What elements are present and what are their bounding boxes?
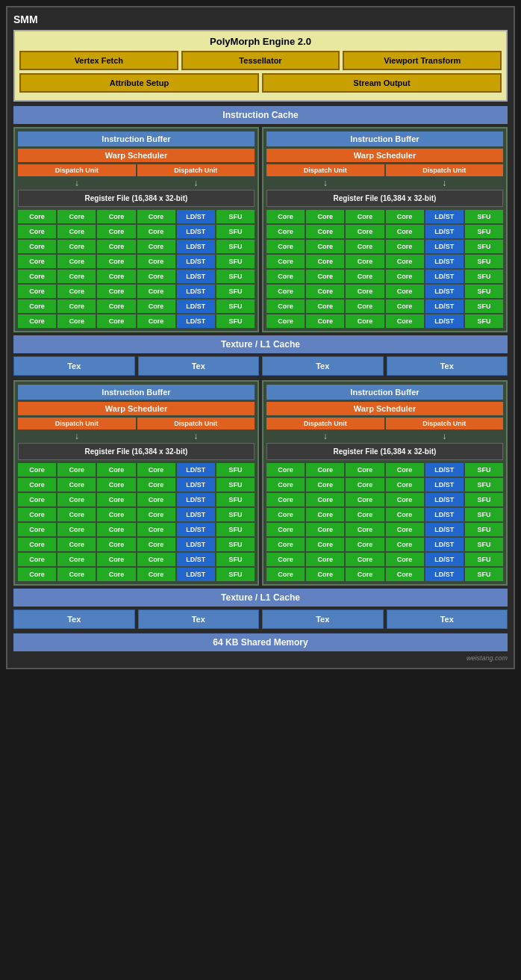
sfu-cell: SFU: [465, 493, 503, 506]
core-row: Core Core Core Core LD/ST SFU: [18, 493, 255, 506]
arrows-tr: ↓ ↓: [266, 178, 503, 188]
core-row: Core Core Core Core LD/ST SFU: [266, 314, 503, 328]
sm-top-right: Instruction Buffer Warp Scheduler Dispat…: [262, 127, 508, 332]
arrow-tl-1: ↓: [18, 178, 136, 188]
core-cell: Core: [57, 255, 96, 268]
core-cell: Core: [57, 568, 96, 581]
ldst-cell: LD/ST: [177, 523, 215, 536]
sfu-cell: SFU: [216, 270, 255, 283]
tex-bottom-3: Tex: [262, 610, 384, 629]
sfu-cell: SFU: [465, 255, 503, 268]
core-cell: Core: [57, 463, 96, 477]
core-cell: Core: [57, 285, 96, 298]
core-cell: Core: [137, 210, 175, 223]
ws-top-left: Warp Scheduler: [18, 149, 255, 162]
core-cell: Core: [137, 463, 175, 477]
core-cell: Core: [57, 493, 96, 506]
core-cell: Core: [346, 493, 384, 506]
arrow-br-1: ↓: [266, 431, 384, 441]
core-cell: Core: [266, 255, 305, 268]
core-cell: Core: [346, 523, 384, 536]
arrow-bl-2: ↓: [137, 431, 255, 441]
ldst-cell: LD/ST: [425, 255, 464, 268]
sfu-cell: SFU: [465, 553, 503, 566]
core-cell: Core: [18, 553, 56, 566]
sfu-cell: SFU: [216, 553, 255, 566]
core-cell: Core: [346, 508, 384, 521]
rf-bottom-right: Register File (16,384 x 32-bit): [266, 443, 503, 460]
core-cell: Core: [18, 478, 56, 491]
core-cell: Core: [57, 508, 96, 521]
sfu-cell: SFU: [216, 255, 255, 268]
core-cell: Core: [57, 210, 96, 223]
stream-output: Stream Output: [262, 73, 502, 93]
vertex-fetch: Vertex Fetch: [19, 51, 178, 70]
ldst-cell: LD/ST: [425, 314, 464, 328]
core-cell: Core: [306, 255, 344, 268]
core-cell: Core: [346, 553, 384, 566]
arrows-tl: ↓ ↓: [18, 178, 255, 188]
tex-bottom-4: Tex: [387, 610, 508, 629]
core-row: Core Core Core Core LD/ST SFU: [266, 478, 503, 491]
core-row: Core Core Core Core LD/ST SFU: [266, 538, 503, 551]
core-cell: Core: [137, 568, 175, 581]
core-cell: Core: [386, 285, 424, 298]
tex-top-3: Tex: [262, 356, 384, 376]
core-cell: Core: [306, 478, 344, 491]
ldst-cell: LD/ST: [425, 463, 464, 477]
core-cell: Core: [266, 493, 305, 506]
core-cell: Core: [57, 478, 96, 491]
core-cell: Core: [266, 538, 305, 551]
core-cell: Core: [306, 568, 344, 581]
core-cell: Core: [18, 538, 56, 551]
sfu-cell: SFU: [216, 508, 255, 521]
ldst-cell: LD/ST: [177, 463, 215, 477]
tex-top-2: Tex: [138, 356, 260, 376]
core-cell: Core: [346, 538, 384, 551]
core-grid-bottom-right: Core Core Core Core LD/ST SFU Core Core …: [266, 463, 503, 581]
core-cell: Core: [97, 478, 135, 491]
core-cell: Core: [137, 270, 175, 283]
core-cell: Core: [18, 225, 56, 238]
core-cell: Core: [386, 508, 424, 521]
core-cell: Core: [97, 568, 135, 581]
core-cell: Core: [137, 493, 175, 506]
core-cell: Core: [18, 568, 56, 581]
core-row: Core Core Core Core LD/ST SFU: [18, 523, 255, 536]
core-cell: Core: [386, 568, 424, 581]
sfu-cell: SFU: [465, 463, 503, 477]
ldst-cell: LD/ST: [177, 210, 215, 223]
core-cell: Core: [306, 314, 344, 328]
core-cell: Core: [386, 538, 424, 551]
core-cell: Core: [137, 240, 175, 253]
core-row: Core Core Core Core LD/ST SFU: [18, 270, 255, 283]
core-row: Core Core Core Core LD/ST SFU: [18, 568, 255, 581]
core-row: Core Core Core Core LD/ST SFU: [18, 210, 255, 223]
core-cell: Core: [346, 568, 384, 581]
arrow-bl-1: ↓: [18, 431, 136, 441]
polymorph-row1: Vertex Fetch Tessellator Viewport Transf…: [19, 51, 502, 70]
core-cell: Core: [18, 300, 56, 313]
core-cell: Core: [306, 523, 344, 536]
ldst-cell: LD/ST: [177, 478, 215, 491]
arrow-tr-1: ↓: [266, 178, 384, 188]
core-row: Core Core Core Core LD/ST SFU: [18, 240, 255, 253]
tessellator: Tessellator: [181, 51, 340, 70]
core-cell: Core: [266, 508, 305, 521]
ib-top-right: Instruction Buffer: [266, 131, 503, 146]
rf-top-right: Register File (16,384 x 32-bit): [266, 190, 503, 207]
tex-bottom-1: Tex: [13, 610, 135, 629]
core-cell: Core: [266, 463, 305, 477]
core-cell: Core: [137, 285, 175, 298]
core-cell: Core: [266, 314, 305, 328]
sfu-cell: SFU: [465, 300, 503, 313]
core-cell: Core: [137, 255, 175, 268]
core-cell: Core: [18, 523, 56, 536]
core-cell: Core: [57, 225, 96, 238]
core-grid-top-left: Core Core Core Core LD/ST SFU Core Core …: [18, 210, 255, 328]
core-cell: Core: [57, 314, 96, 328]
ldst-cell: LD/ST: [177, 508, 215, 521]
core-cell: Core: [386, 493, 424, 506]
tex-row-bottom: Tex Tex Tex Tex: [13, 610, 508, 629]
ldst-cell: LD/ST: [177, 568, 215, 581]
